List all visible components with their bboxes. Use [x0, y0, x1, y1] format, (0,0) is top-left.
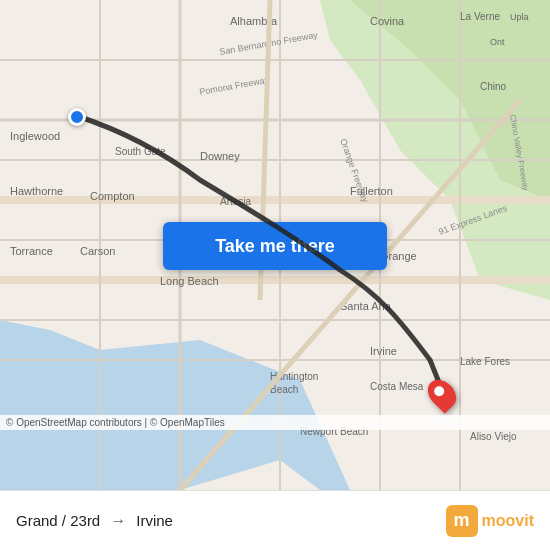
svg-text:Costa Mesa: Costa Mesa: [370, 381, 424, 392]
map-attribution: © OpenStreetMap contributors | © OpenMap…: [0, 415, 550, 430]
from-label: Grand / 23rd: [16, 512, 100, 529]
svg-text:Torrance: Torrance: [10, 245, 53, 257]
svg-text:Santa Ana: Santa Ana: [340, 300, 392, 312]
origin-marker: [68, 108, 86, 126]
svg-text:Ont: Ont: [490, 37, 505, 47]
to-label: Irvine: [136, 512, 173, 529]
svg-text:Fullerton: Fullerton: [350, 185, 393, 197]
svg-text:Artesia: Artesia: [220, 196, 252, 207]
svg-text:Aliso Viejo: Aliso Viejo: [470, 431, 517, 442]
svg-text:Irvine: Irvine: [370, 345, 397, 357]
take-me-there-button[interactable]: Take me there: [163, 222, 387, 270]
bottom-bar: Grand / 23rd → Irvine m moovit: [0, 490, 550, 550]
svg-text:Lake Fores: Lake Fores: [460, 356, 510, 367]
arrow-icon: →: [110, 512, 126, 530]
map-container: San Bernardino Freeway Pomona Freeway Or…: [0, 0, 550, 490]
svg-text:Downey: Downey: [200, 150, 240, 162]
svg-text:Compton: Compton: [90, 190, 135, 202]
svg-text:Hawthorne: Hawthorne: [10, 185, 63, 197]
svg-text:Long Beach: Long Beach: [160, 275, 219, 287]
moovit-logo: m moovit: [446, 505, 534, 537]
svg-text:Covina: Covina: [370, 15, 405, 27]
route-info: Grand / 23rd → Irvine: [16, 512, 173, 530]
svg-text:La Verne: La Verne: [460, 11, 500, 22]
destination-marker: [430, 378, 454, 410]
svg-text:Inglewood: Inglewood: [10, 130, 60, 142]
moovit-text: moovit: [482, 512, 534, 530]
svg-text:Chino: Chino: [480, 81, 507, 92]
svg-text:Upla: Upla: [510, 12, 529, 22]
svg-text:Carson: Carson: [80, 245, 115, 257]
moovit-m-letter: m: [446, 505, 478, 537]
svg-text:South Gate: South Gate: [115, 146, 166, 157]
